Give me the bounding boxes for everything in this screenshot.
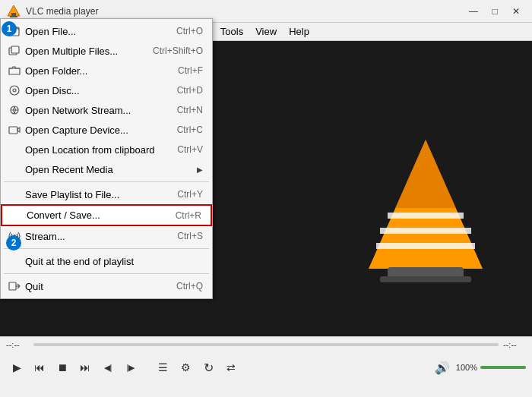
stream-label: Stream... <box>25 231 162 242</box>
play-button[interactable]: ▶ <box>6 357 27 378</box>
vlc-icon <box>6 4 21 19</box>
convert-save-shortcut: Ctrl+R <box>176 210 201 221</box>
convert-save-icon <box>8 208 24 223</box>
menu-item-stream[interactable]: Stream... Ctrl+S <box>1 226 212 246</box>
open-capture-icon <box>7 122 22 137</box>
toggle-playlist-button[interactable]: ☰ <box>152 357 173 378</box>
quit-icon <box>7 279 22 294</box>
convert-save-label: Convert / Save... <box>27 210 160 221</box>
media-dropdown: Open File... Ctrl+O Open Multiple Files.… <box>0 18 213 299</box>
menu-item-open-network[interactable]: Open Network Stream... Ctrl+N <box>1 100 212 120</box>
badge-2: 2 <box>6 235 21 250</box>
save-playlist-label: Save Playlist to File... <box>25 189 162 200</box>
open-folder-icon <box>7 63 22 78</box>
mute-button[interactable]: 🔊 <box>432 357 453 378</box>
open-network-icon <box>7 102 22 118</box>
frame-fwd-button[interactable]: |▶ <box>120 357 141 378</box>
open-file-shortcut: Ctrl+O <box>176 26 203 36</box>
open-multiple-icon <box>7 43 22 58</box>
open-location-label: Open Location from clipboard <box>25 144 162 156</box>
volume-section: 🔊 100% <box>432 357 526 378</box>
open-recent-icon <box>7 162 22 177</box>
open-capture-label: Open Capture Device... <box>25 124 162 136</box>
total-time: --:-- <box>503 340 526 349</box>
save-playlist-icon <box>7 187 22 202</box>
menu-item-open-capture[interactable]: Open Capture Device... Ctrl+C <box>1 120 212 140</box>
menu-item-quit-end[interactable]: Quit at the end of playlist <box>1 251 212 271</box>
menu-item-save-playlist[interactable]: Save Playlist to File... Ctrl+Y <box>1 184 212 204</box>
open-file-label: Open File... <box>25 26 161 37</box>
menu-item-open-file[interactable]: Open File... Ctrl+O <box>1 21 212 41</box>
frame-back-button[interactable]: ◀| <box>97 357 119 378</box>
bottom-controls: --:-- --:-- ▶ ⏮ ⏹ ⏭ ◀| |▶ ☰ ⚙ ↻ ⇄ 🔊 100% <box>0 336 532 397</box>
svg-rect-1 <box>11 13 16 16</box>
open-location-shortcut: Ctrl+V <box>177 144 203 155</box>
badge-1: 1 <box>2 21 17 36</box>
svg-rect-5 <box>11 46 19 53</box>
menu-item-open-location[interactable]: Open Location from clipboard Ctrl+V <box>1 140 212 159</box>
separator-2 <box>4 248 209 249</box>
quit-shortcut: Ctrl+Q <box>176 281 203 291</box>
svg-rect-2 <box>10 16 17 17</box>
svg-rect-21 <box>380 276 471 282</box>
open-disc-icon <box>7 83 22 98</box>
open-network-shortcut: Ctrl+N <box>177 105 203 115</box>
prev-button[interactable]: ⏮ <box>29 357 50 378</box>
svg-point-6 <box>10 86 19 95</box>
menu-help[interactable]: Help <box>283 23 315 40</box>
extended-settings-button[interactable]: ⚙ <box>175 357 196 378</box>
random-button[interactable]: ⇄ <box>220 357 242 378</box>
stream-shortcut: Ctrl+S <box>177 231 203 241</box>
maximize-button[interactable]: □ <box>485 4 505 19</box>
playback-controls: ▶ ⏮ ⏹ ⏭ ◀| |▶ ☰ ⚙ ↻ ⇄ 🔊 100% <box>0 352 532 383</box>
open-multiple-shortcut: Ctrl+Shift+O <box>153 46 203 56</box>
separator-1 <box>4 181 209 182</box>
menu-item-open-recent[interactable]: Open Recent Media ▶ <box>1 159 212 179</box>
menu-item-open-multiple[interactable]: Open Multiple Files... Ctrl+Shift+O <box>1 41 212 61</box>
window-controls: — □ ✕ <box>464 4 526 19</box>
open-location-icon <box>7 142 22 157</box>
quit-label: Quit <box>25 281 161 292</box>
close-button[interactable]: ✕ <box>506 4 526 19</box>
open-folder-label: Open Folder... <box>25 65 163 77</box>
menu-item-convert-save[interactable]: Convert / Save... Ctrl+R <box>1 204 212 226</box>
open-disc-label: Open Disc... <box>25 85 162 96</box>
menu-view[interactable]: View <box>249 23 283 40</box>
seek-bar: --:-- --:-- <box>0 337 532 352</box>
quit-end-label: Quit at the end of playlist <box>25 256 203 267</box>
open-recent-label: Open Recent Media <box>25 164 197 175</box>
menu-item-open-folder[interactable]: Open Folder... Ctrl+F <box>1 61 212 80</box>
save-playlist-shortcut: Ctrl+Y <box>177 189 203 200</box>
svg-rect-13 <box>9 282 16 290</box>
svg-point-7 <box>13 89 16 92</box>
open-capture-shortcut: Ctrl+C <box>177 124 203 135</box>
menu-item-open-disc[interactable]: Open Disc... Ctrl+D <box>1 80 212 100</box>
loop-button[interactable]: ↻ <box>198 357 219 378</box>
seek-track[interactable] <box>33 343 499 346</box>
volume-fill <box>480 366 526 369</box>
stop-button[interactable]: ⏹ <box>52 357 73 378</box>
next-button[interactable]: ⏭ <box>74 357 96 378</box>
open-recent-arrow: ▶ <box>197 165 203 174</box>
open-network-label: Open Network Stream... <box>25 105 162 116</box>
open-multiple-label: Open Multiple Files... <box>25 46 138 57</box>
open-disc-shortcut: Ctrl+D <box>177 85 203 96</box>
current-time: --:-- <box>6 340 29 349</box>
separator-3 <box>4 273 209 274</box>
svg-marker-16 <box>395 140 456 208</box>
menu-tools[interactable]: Tools <box>214 23 249 40</box>
volume-label: 100% <box>456 363 477 372</box>
menu-item-quit[interactable]: Quit Ctrl+Q <box>1 276 212 296</box>
open-folder-shortcut: Ctrl+F <box>178 65 203 76</box>
svg-rect-10 <box>9 127 17 134</box>
window-title: VLC media player <box>26 6 464 17</box>
quit-end-icon <box>7 254 22 269</box>
vlc-cone <box>365 132 486 284</box>
minimize-button[interactable]: — <box>464 4 483 19</box>
volume-bar[interactable] <box>480 366 526 369</box>
